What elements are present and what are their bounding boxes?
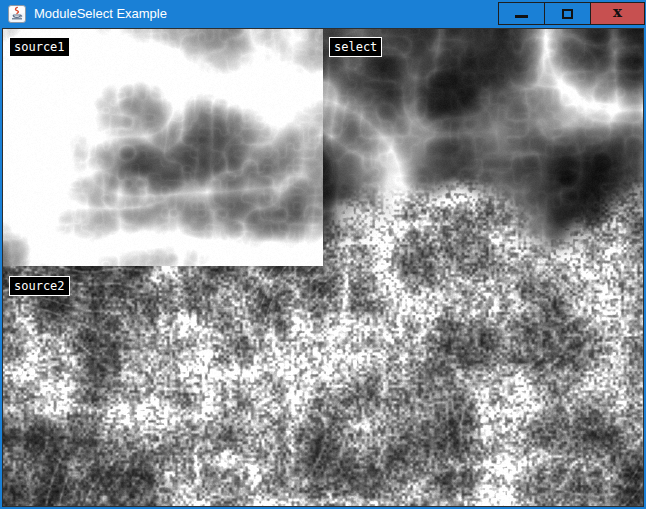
render-area [2, 28, 644, 507]
titlebar[interactable]: ModuleSelect Example x [0, 0, 646, 28]
minimize-button[interactable] [498, 2, 545, 25]
app-window: ModuleSelect Example x source1 select so… [0, 0, 646, 509]
label-source1: source1 [9, 37, 70, 57]
close-button[interactable]: x [590, 2, 645, 25]
maximize-button[interactable] [544, 2, 591, 25]
minimize-icon [515, 15, 528, 18]
noise-canvas [3, 29, 643, 506]
window-title: ModuleSelect Example [34, 0, 167, 28]
label-source2: source2 [9, 276, 70, 296]
close-icon: x [613, 5, 622, 20]
java-app-icon [8, 5, 26, 23]
maximize-icon [562, 9, 573, 19]
label-select: select [329, 37, 382, 57]
